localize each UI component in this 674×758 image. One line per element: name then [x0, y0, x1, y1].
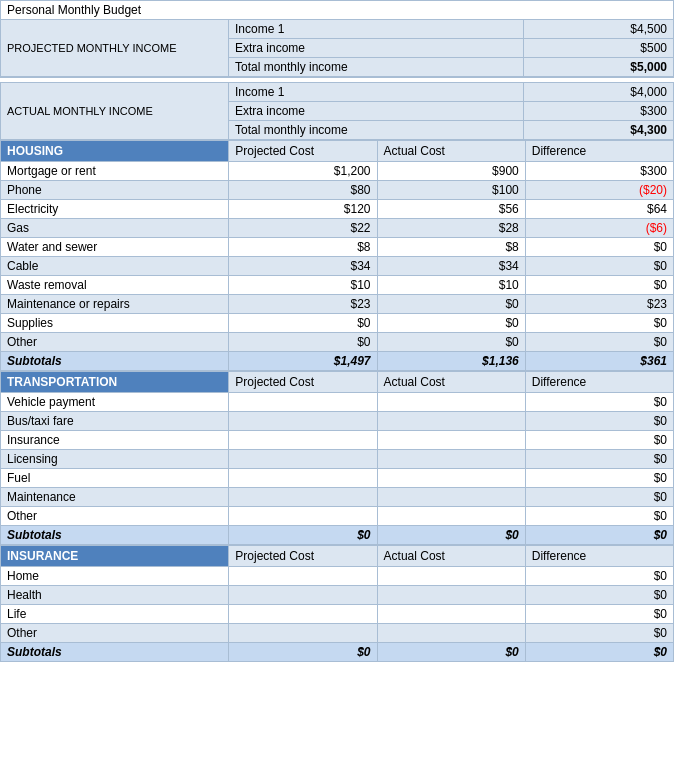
subtotal-actual-0: $1,136 — [377, 352, 525, 371]
row-label-0-8: Supplies — [1, 314, 229, 333]
row-diff-0-8: $0 — [525, 314, 673, 333]
row-diff-0-7: $23 — [525, 295, 673, 314]
row-label-2-0: Home — [1, 567, 229, 586]
row-actual-1-5 — [377, 488, 525, 507]
actual-income-label: ACTUAL MONTHLY INCOME — [1, 83, 229, 140]
row-actual-1-1 — [377, 412, 525, 431]
row-diff-1-6: $0 — [525, 507, 673, 526]
row-diff-0-3: ($6) — [525, 219, 673, 238]
row-diff-1-5: $0 — [525, 488, 673, 507]
row-label-0-9: Other — [1, 333, 229, 352]
table-row: Cable$34$34$0 — [1, 257, 674, 276]
budget-table: Personal Monthly Budget PROJECTED MONTHL… — [0, 0, 674, 140]
table-row: Life$0 — [1, 605, 674, 624]
row-diff-0-0: $300 — [525, 162, 673, 181]
row-proj-0-8: $0 — [229, 314, 377, 333]
row-actual-1-6 — [377, 507, 525, 526]
row-proj-2-0 — [229, 567, 377, 586]
row-proj-1-5 — [229, 488, 377, 507]
section-table-2: INSURANCEProjected CostActual CostDiffer… — [0, 545, 674, 662]
row-diff-2-1: $0 — [525, 586, 673, 605]
actual-total-value: $4,300 — [524, 121, 674, 140]
actual-extra-income-name: Extra income — [229, 102, 524, 121]
row-label-1-5: Maintenance — [1, 488, 229, 507]
row-diff-0-1: ($20) — [525, 181, 673, 200]
row-label-0-4: Water and sewer — [1, 238, 229, 257]
row-diff-1-3: $0 — [525, 450, 673, 469]
row-actual-1-0 — [377, 393, 525, 412]
row-diff-2-3: $0 — [525, 624, 673, 643]
row-label-1-4: Fuel — [1, 469, 229, 488]
section-col-header-2-2: Actual Cost — [377, 546, 525, 567]
row-label-2-1: Health — [1, 586, 229, 605]
row-actual-2-1 — [377, 586, 525, 605]
subtotal-row-2: Subtotals$0$0$0 — [1, 643, 674, 662]
row-label-1-6: Other — [1, 507, 229, 526]
section-header-name-2: INSURANCE — [1, 546, 229, 567]
section-table-0: HOUSINGProjected CostActual CostDifferen… — [0, 140, 674, 371]
table-row: Phone$80$100($20) — [1, 181, 674, 200]
row-diff-1-4: $0 — [525, 469, 673, 488]
row-proj-1-6 — [229, 507, 377, 526]
row-proj-1-4 — [229, 469, 377, 488]
projected-total-name: Total monthly income — [229, 58, 524, 78]
subtotal-row-0: Subtotals$1,497$1,136$361 — [1, 352, 674, 371]
section-table-1: TRANSPORTATIONProjected CostActual CostD… — [0, 371, 674, 545]
row-label-0-7: Maintenance or repairs — [1, 295, 229, 314]
subtotal-actual-2: $0 — [377, 643, 525, 662]
row-proj-0-5: $34 — [229, 257, 377, 276]
row-diff-0-5: $0 — [525, 257, 673, 276]
row-actual-0-9: $0 — [377, 333, 525, 352]
subtotal-label-1: Subtotals — [1, 526, 229, 545]
row-proj-0-7: $23 — [229, 295, 377, 314]
row-actual-0-2: $56 — [377, 200, 525, 219]
table-row: Vehicle payment$0 — [1, 393, 674, 412]
actual-income-1-value: $4,000 — [524, 83, 674, 102]
section-col-header-1-2: Actual Cost — [377, 372, 525, 393]
row-actual-0-0: $900 — [377, 162, 525, 181]
row-actual-2-0 — [377, 567, 525, 586]
row-diff-0-4: $0 — [525, 238, 673, 257]
row-proj-1-0 — [229, 393, 377, 412]
row-actual-0-6: $10 — [377, 276, 525, 295]
table-row: Waste removal$10$10$0 — [1, 276, 674, 295]
row-label-0-2: Electricity — [1, 200, 229, 219]
row-label-0-3: Gas — [1, 219, 229, 238]
row-actual-0-3: $28 — [377, 219, 525, 238]
row-actual-0-1: $100 — [377, 181, 525, 200]
row-proj-0-0: $1,200 — [229, 162, 377, 181]
row-actual-0-5: $34 — [377, 257, 525, 276]
table-row: Other$0$0$0 — [1, 333, 674, 352]
projected-income-1-name: Income 1 — [229, 20, 524, 39]
subtotal-proj-2: $0 — [229, 643, 377, 662]
row-proj-0-1: $80 — [229, 181, 377, 200]
row-label-2-3: Other — [1, 624, 229, 643]
row-proj-2-3 — [229, 624, 377, 643]
section-header-name-0: HOUSING — [1, 141, 229, 162]
section-col-header-1-3: Difference — [525, 372, 673, 393]
row-actual-2-3 — [377, 624, 525, 643]
row-actual-2-2 — [377, 605, 525, 624]
row-label-2-2: Life — [1, 605, 229, 624]
row-diff-2-0: $0 — [525, 567, 673, 586]
row-label-1-0: Vehicle payment — [1, 393, 229, 412]
row-proj-0-2: $120 — [229, 200, 377, 219]
actual-income-1-name: Income 1 — [229, 83, 524, 102]
table-row: Water and sewer$8$8$0 — [1, 238, 674, 257]
row-proj-1-3 — [229, 450, 377, 469]
row-proj-0-3: $22 — [229, 219, 377, 238]
row-label-1-2: Insurance — [1, 431, 229, 450]
table-row: Electricity$120$56$64 — [1, 200, 674, 219]
row-actual-0-4: $8 — [377, 238, 525, 257]
row-proj-2-1 — [229, 586, 377, 605]
subtotal-row-1: Subtotals$0$0$0 — [1, 526, 674, 545]
row-diff-0-6: $0 — [525, 276, 673, 295]
row-proj-0-6: $10 — [229, 276, 377, 295]
row-label-0-6: Waste removal — [1, 276, 229, 295]
row-diff-2-2: $0 — [525, 605, 673, 624]
projected-total-value: $5,000 — [524, 58, 674, 78]
table-row: Maintenance or repairs$23$0$23 — [1, 295, 674, 314]
row-diff-1-1: $0 — [525, 412, 673, 431]
projected-income-1-value: $4,500 — [524, 20, 674, 39]
row-diff-0-2: $64 — [525, 200, 673, 219]
